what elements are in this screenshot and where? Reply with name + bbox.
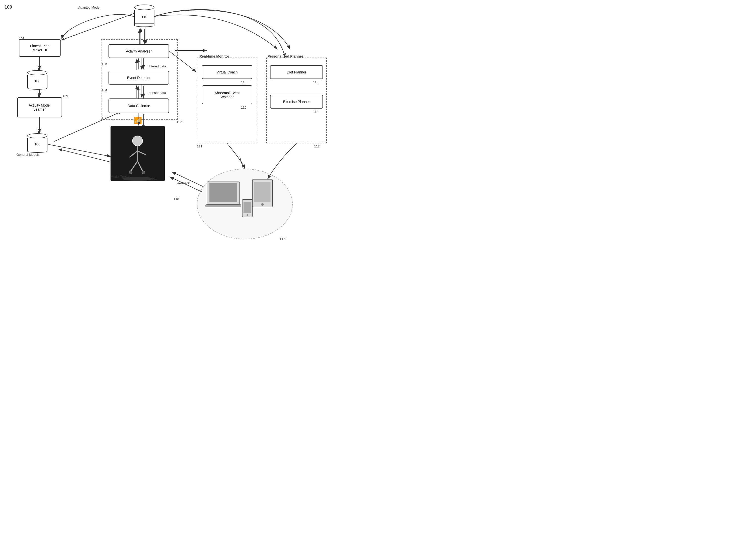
svg-point-26 [142,171,145,174]
label-103: 103 [102,116,107,120]
wireless-icon: 📶 [134,117,142,124]
db-110: 110 [134,5,154,27]
label-105: 105 [102,62,107,66]
label-114: 114 [313,110,318,114]
abnormal-event-watcher-label: Abnormal Event Watcher [214,91,240,99]
label-116: 116 [241,106,246,109]
person-svg [110,126,165,181]
data-collector-label: Data Collector [128,104,150,108]
svg-line-49 [48,145,111,156]
label-118: 118 [173,197,179,201]
svg-point-18 [133,136,142,146]
db110-label: 110 [141,15,147,19]
svg-line-16 [61,13,136,40]
virtual-coach-box: Virtual Coach [202,65,252,79]
activity-model-learner-box: Activity Model Learner [17,97,62,117]
event-detector-label: Event Detector [127,76,151,80]
general-models-label: General Models [16,153,40,156]
db-106: 106 [27,133,47,153]
virtual-coach-label: Virtual Coach [216,70,238,74]
filtered-data-label: filtered data [149,64,166,68]
data-collector-box: Data Collector [109,98,169,113]
svg-point-35 [246,214,248,216]
svg-point-32 [261,203,264,206]
sensor-data-label: sensor data [149,91,166,95]
activity-analyzer-box: Activity Analyzer [109,44,169,58]
label-101: 101 [151,177,157,181]
svg-rect-34 [243,202,251,213]
db-108: 108 [27,70,47,90]
model-tuning-label: Model Tuning [110,175,130,179]
svg-rect-28 [205,205,241,207]
feedback-label: Feedback [175,181,190,185]
svg-rect-29 [209,183,237,202]
label-113: 113 [313,80,318,84]
exercise-planner-label: Exercise Planner [283,100,310,104]
personalized-planner-label: Personalized Planner [268,54,303,58]
db108-label: 108 [34,79,40,83]
label-109: 109 [63,94,68,98]
diet-planner-box: Diet Planner [270,65,323,79]
label-107: 107 [19,37,24,40]
exercise-planner-box: Exercise Planner [270,95,323,109]
activity-analyzer-label: Activity Analyzer [126,49,152,53]
svg-point-25 [129,171,132,174]
activity-model-learner-label: Activity Model Learner [29,103,50,111]
label-104: 104 [102,88,107,92]
label-111: 111 [197,145,203,148]
db106-label: 106 [34,142,40,146]
event-detector-box: Event Detector [109,71,169,84]
diet-planner-label: Diet Planner [287,70,306,74]
diagram: 100 110 Adapted Model 102 Activity Analy… [0,0,378,268]
label-102: 102 [177,120,182,124]
fitness-plan-maker-box: Fitness Plan Maker UI [19,39,61,57]
adapted-model-label: Adapted Model [78,6,100,9]
label-100: 100 [5,5,12,10]
label-112: 112 [314,145,320,148]
abnormal-event-watcher-box: Abnormal Event Watcher [202,85,252,104]
realtime-monitor-label: Real-time Monitor [199,54,229,58]
person-image [110,126,165,181]
devices-svg [202,174,288,235]
fitness-plan-maker-label: Fitness Plan Maker UI [30,44,49,52]
label-115: 115 [241,80,246,84]
svg-rect-31 [254,182,270,202]
label-117: 117 [280,237,285,241]
